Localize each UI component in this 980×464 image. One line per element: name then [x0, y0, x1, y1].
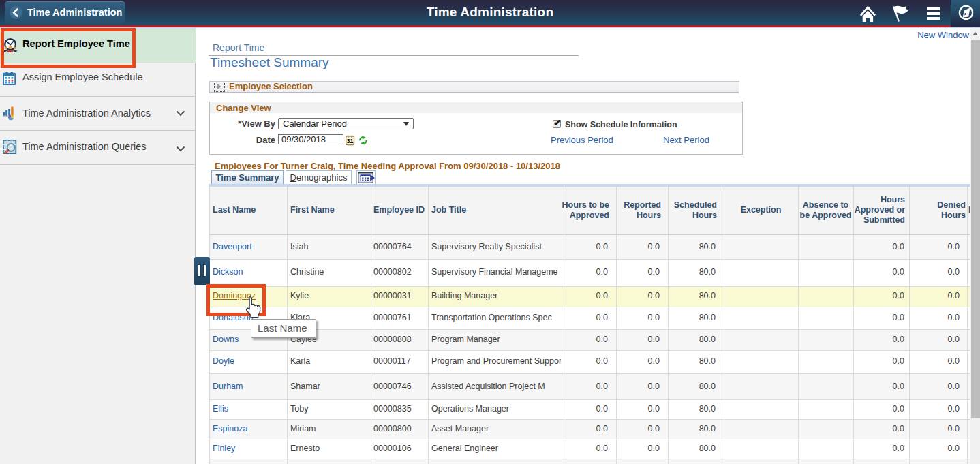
svg-text:31: 31	[346, 138, 353, 144]
